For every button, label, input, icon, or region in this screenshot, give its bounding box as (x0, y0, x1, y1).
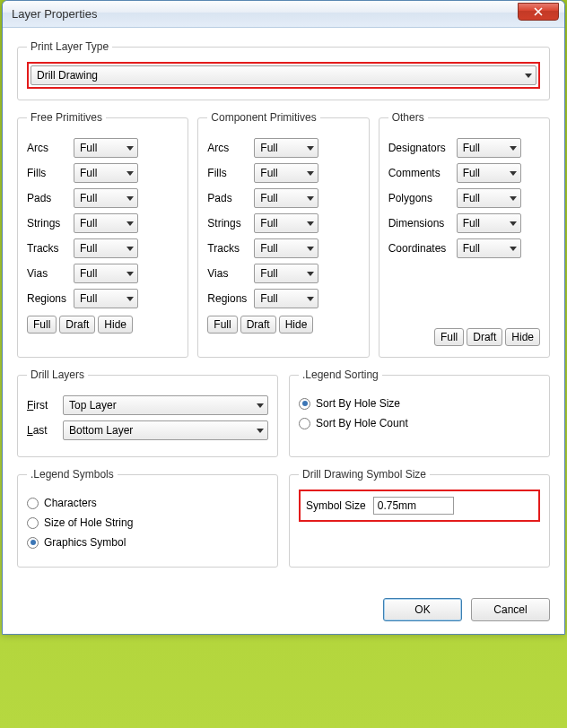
fp-strings-dropdown[interactable]: Full (74, 213, 138, 233)
fp-label-pads: Pads (27, 192, 74, 204)
cp-label-vias: Vias (207, 267, 254, 280)
radio-icon (27, 537, 39, 549)
fp-label-arcs: Arcs (27, 142, 74, 154)
fp-hide-button[interactable]: Hide (98, 316, 133, 334)
ot-label-polygons: Polygons (388, 192, 457, 204)
symbol-size-label: Symbol Size (306, 499, 366, 512)
cp-label-regions: Regions (207, 292, 254, 305)
chevron-down-icon (126, 221, 134, 226)
cp-label-fills: Fills (207, 167, 254, 179)
ot-hide-button[interactable]: Hide (505, 328, 540, 346)
size-of-hole-string-radio[interactable]: Size of Hole String (27, 516, 268, 529)
drill-layers-group: Drill Layers First Top Layer Last Bottom… (17, 368, 278, 457)
cp-vias-dropdown[interactable]: Full (254, 264, 318, 283)
sort-by-hole-count-label: Sort By Hole Count (316, 417, 408, 429)
sort-by-hole-count-radio[interactable]: Sort By Hole Count (299, 417, 540, 429)
drill-last-dropdown[interactable]: Bottom Layer (63, 420, 268, 440)
fp-label-vias: Vias (27, 267, 74, 280)
cp-fills-dropdown[interactable]: Full (254, 163, 318, 183)
cp-label-arcs: Arcs (207, 142, 254, 154)
sort-by-hole-size-radio[interactable]: Sort By Hole Size (299, 397, 540, 410)
sort-by-hole-size-label: Sort By Hole Size (316, 397, 400, 410)
chevron-down-icon (307, 171, 314, 176)
drill-first-label: First (27, 399, 63, 412)
size-of-hole-string-label: Size of Hole String (44, 516, 133, 529)
fp-label-fills: Fills (27, 167, 74, 179)
fp-draft-button[interactable]: Draft (59, 316, 95, 334)
others-group: Others DesignatorsFull CommentsFull Poly… (379, 111, 550, 358)
ot-comments-dropdown[interactable]: Full (457, 163, 521, 183)
print-layer-type-dropdown[interactable]: Drill Drawing (31, 65, 536, 85)
fp-full-button[interactable]: Full (27, 316, 57, 334)
fp-label-regions: Regions (27, 292, 74, 305)
chevron-down-icon (510, 221, 517, 226)
legend-symbols-group: .Legend Symbols Characters Size of Hole … (17, 468, 278, 568)
ot-full-button[interactable]: Full (434, 328, 464, 346)
print-layer-type-group: Print Layer Type Drill Drawing (17, 40, 550, 100)
fp-tracks-dropdown[interactable]: Full (74, 238, 138, 258)
characters-radio[interactable]: Characters (27, 497, 268, 509)
fp-pads-dropdown[interactable]: Full (74, 188, 138, 208)
drill-drawing-symbol-size-legend: Drill Drawing Symbol Size (299, 468, 430, 481)
chevron-down-icon (510, 146, 517, 151)
others-legend: Others (388, 111, 428, 124)
radio-icon (299, 398, 310, 410)
fp-vias-dropdown[interactable]: Full (74, 264, 138, 283)
close-button[interactable] (518, 3, 559, 21)
free-primitives-group: Free Primitives ArcsFull FillsFull PadsF… (17, 111, 188, 358)
fp-label-tracks: Tracks (27, 242, 74, 255)
chevron-down-icon (307, 272, 314, 276)
ot-label-comments: Comments (388, 167, 457, 179)
fp-arcs-dropdown[interactable]: Full (74, 138, 138, 158)
chevron-down-icon (510, 196, 517, 201)
print-layer-type-legend: Print Layer Type (27, 40, 112, 53)
cp-label-pads: Pads (207, 192, 254, 204)
symbol-size-input[interactable] (373, 497, 454, 515)
chevron-down-icon (307, 297, 314, 301)
ot-polygons-dropdown[interactable]: Full (457, 188, 521, 208)
cancel-button[interactable]: Cancel (471, 598, 550, 621)
drill-drawing-symbol-size-group: Drill Drawing Symbol Size Symbol Size (289, 468, 550, 568)
cp-full-button[interactable]: Full (207, 316, 237, 334)
ot-label-coordinates: Coordinates (388, 242, 457, 255)
chevron-down-icon (257, 403, 264, 408)
radio-icon (27, 517, 39, 529)
chevron-down-icon (510, 247, 517, 251)
ot-dimensions-dropdown[interactable]: Full (457, 213, 521, 233)
cp-regions-dropdown[interactable]: Full (254, 289, 318, 308)
cp-arcs-dropdown[interactable]: Full (254, 138, 318, 158)
cp-label-strings: Strings (207, 217, 254, 230)
chevron-down-icon (525, 74, 532, 78)
ok-button[interactable]: OK (383, 598, 462, 621)
characters-label: Characters (44, 497, 97, 509)
cp-hide-button[interactable]: Hide (279, 316, 314, 334)
highlight-print-layer-type: Drill Drawing (27, 62, 540, 89)
graphics-symbol-radio[interactable]: Graphics Symbol (27, 536, 268, 549)
ot-designators-dropdown[interactable]: Full (457, 138, 521, 158)
ot-label-designators: Designators (388, 142, 457, 154)
fp-regions-dropdown[interactable]: Full (74, 289, 138, 308)
chevron-down-icon (126, 297, 134, 301)
highlight-symbol-size: Symbol Size (299, 490, 540, 522)
chevron-down-icon (126, 171, 134, 176)
cp-label-tracks: Tracks (207, 242, 254, 255)
cp-pads-dropdown[interactable]: Full (254, 188, 318, 208)
cp-draft-button[interactable]: Draft (240, 316, 276, 334)
window-title: Layer Properties (12, 7, 518, 21)
dialog-footer: OK Cancel (3, 589, 564, 634)
chevron-down-icon (126, 272, 134, 276)
chevron-down-icon (257, 429, 264, 433)
graphics-symbol-label: Graphics Symbol (44, 536, 126, 549)
ot-coordinates-dropdown[interactable]: Full (457, 238, 521, 258)
legend-sorting-legend: .Legend Sorting (299, 368, 382, 381)
print-layer-type-value: Drill Drawing (37, 69, 525, 82)
cp-strings-dropdown[interactable]: Full (254, 213, 318, 233)
chevron-down-icon (307, 196, 314, 201)
dialog-content: Print Layer Type Drill Drawing Free Prim… (3, 28, 564, 589)
titlebar[interactable]: Layer Properties (3, 1, 564, 28)
fp-fills-dropdown[interactable]: Full (74, 163, 138, 183)
ot-draft-button[interactable]: Draft (467, 328, 502, 346)
cp-tracks-dropdown[interactable]: Full (254, 238, 318, 258)
drill-first-dropdown[interactable]: Top Layer (63, 395, 268, 415)
ot-label-dimensions: Dimensions (388, 217, 457, 230)
